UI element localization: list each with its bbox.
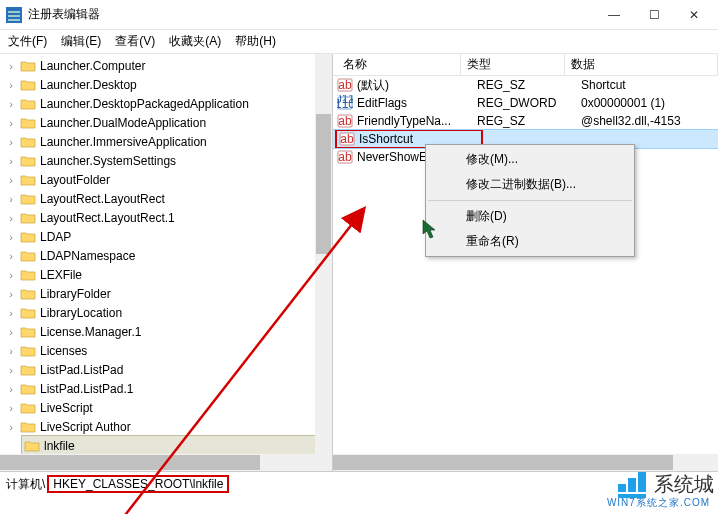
value-data: @shell32.dll,-4153 — [581, 114, 681, 128]
tree-item[interactable]: ›LibraryFolder — [0, 284, 332, 303]
tree-item-label: LEXFile — [40, 268, 82, 282]
folder-icon — [20, 211, 36, 225]
context-menu-modify[interactable]: 修改(M)... — [426, 147, 634, 172]
menu-favorites[interactable]: 收藏夹(A) — [169, 33, 221, 50]
folder-icon — [20, 420, 36, 434]
menu-file[interactable]: 文件(F) — [8, 33, 47, 50]
expand-icon[interactable]: › — [4, 326, 18, 338]
context-menu-rename[interactable]: 重命名(R) — [426, 229, 634, 254]
tree-item-label: Launcher.Computer — [40, 59, 145, 73]
tree-item[interactable]: ›LayoutRect.LayoutRect.1 — [0, 208, 332, 227]
expand-icon[interactable]: › — [4, 402, 18, 414]
maximize-button[interactable]: ☐ — [634, 1, 674, 29]
menu-help[interactable]: 帮助(H) — [235, 33, 276, 50]
folder-icon — [20, 268, 36, 282]
tree-item[interactable]: ›LayoutRect.LayoutRect — [0, 189, 332, 208]
tree-item[interactable]: ›Licenses — [0, 341, 332, 360]
minimize-button[interactable]: — — [594, 1, 634, 29]
tree-item[interactable]: ›LDAPNamespace — [0, 246, 332, 265]
tree-item[interactable]: ›LiveScript — [0, 398, 332, 417]
svg-text:ab: ab — [338, 78, 352, 92]
folder-icon — [20, 230, 36, 244]
column-type[interactable]: 类型 — [461, 54, 565, 75]
tree-item[interactable]: ›ListPad.ListPad — [0, 360, 332, 379]
menu-view[interactable]: 查看(V) — [115, 33, 155, 50]
value-data: Shortcut — [581, 78, 626, 92]
watermark-text: 系统城 — [654, 471, 714, 498]
value-row[interactable]: abFriendlyTypeNa...REG_SZ@shell32.dll,-4… — [333, 112, 718, 130]
expand-icon[interactable]: › — [4, 288, 18, 300]
column-data[interactable]: 数据 — [565, 54, 718, 75]
content-area: ›Launcher.Computer›Launcher.Desktop›Laun… — [0, 54, 718, 472]
tree-vertical-scrollbar[interactable] — [315, 54, 332, 454]
tree-item[interactable]: ›Launcher.SystemSettings — [0, 151, 332, 170]
expand-icon[interactable]: › — [4, 307, 18, 319]
tree-item-label: Launcher.DesktopPackagedApplication — [40, 97, 249, 111]
expand-icon[interactable]: › — [4, 250, 18, 262]
expand-icon[interactable]: › — [4, 345, 18, 357]
tree-item-label: LayoutRect.LayoutRect.1 — [40, 211, 175, 225]
expand-icon[interactable]: › — [4, 231, 18, 243]
string-value-icon: ab — [339, 131, 355, 147]
expand-icon[interactable]: › — [4, 364, 18, 376]
watermark: 系统城 — [618, 470, 714, 498]
tree-item[interactable]: ›Launcher.DualModeApplication — [0, 113, 332, 132]
value-row[interactable]: ab(默认)REG_SZShortcut — [333, 76, 718, 94]
tree-horizontal-scrollbar[interactable] — [0, 454, 332, 471]
tree-item[interactable]: ›Launcher.ImmersiveApplication — [0, 132, 332, 151]
expand-icon[interactable]: › — [4, 421, 18, 433]
column-name[interactable]: 名称 — [337, 54, 461, 75]
column-headers[interactable]: 名称 类型 数据 — [333, 54, 718, 76]
context-menu-delete[interactable]: 删除(D) — [426, 204, 634, 229]
values-horizontal-scrollbar[interactable] — [333, 454, 718, 471]
expand-icon[interactable]: › — [4, 383, 18, 395]
value-type: REG_SZ — [477, 114, 581, 128]
tree-item[interactable]: ›LibraryLocation — [0, 303, 332, 322]
expand-icon[interactable]: › — [4, 212, 18, 224]
expand-icon[interactable]: › — [4, 174, 18, 186]
context-menu-separator — [428, 200, 632, 201]
tree-item-label: LiveScript — [40, 401, 93, 415]
value-name: FriendlyTypeNa... — [357, 114, 477, 128]
registry-tree[interactable]: ›Launcher.Computer›Launcher.Desktop›Laun… — [0, 54, 333, 471]
title-bar: 注册表编辑器 — ☐ ✕ — [0, 0, 718, 30]
expand-icon[interactable]: › — [4, 193, 18, 205]
expand-icon[interactable]: › — [4, 155, 18, 167]
tree-item-label: Launcher.DualModeApplication — [40, 116, 206, 130]
values-pane: 名称 类型 数据 ab(默认)REG_SZShortcut011110EditF… — [333, 54, 718, 471]
tree-item[interactable]: ›LayoutFolder — [0, 170, 332, 189]
svg-text:ab: ab — [340, 132, 354, 146]
tree-item-selected[interactable]: lnkfile — [22, 436, 332, 455]
tree-item[interactable]: ›LDAP — [0, 227, 332, 246]
watermark-subtext: WIN7系统之家.COM — [607, 496, 710, 510]
tree-item[interactable]: ›Launcher.Computer — [0, 56, 332, 75]
expand-icon[interactable]: › — [4, 136, 18, 148]
tree-item[interactable]: ›Launcher.DesktopPackagedApplication — [0, 94, 332, 113]
expand-icon[interactable]: › — [4, 60, 18, 72]
tree-item-label: License.Manager.1 — [40, 325, 141, 339]
folder-icon — [20, 344, 36, 358]
expand-icon[interactable]: › — [4, 98, 18, 110]
context-menu-modify-binary[interactable]: 修改二进制数据(B)... — [426, 172, 634, 197]
close-button[interactable]: ✕ — [674, 1, 714, 29]
expand-icon[interactable]: › — [4, 79, 18, 91]
menu-edit[interactable]: 编辑(E) — [61, 33, 101, 50]
tree-item[interactable]: ›ListPad.ListPad.1 — [0, 379, 332, 398]
tree-item[interactable]: ›LiveScript Author — [0, 417, 332, 436]
folder-icon — [20, 363, 36, 377]
tree-item-label: LiveScript Author — [40, 420, 131, 434]
tree-item[interactable]: ›LEXFile — [0, 265, 332, 284]
folder-icon — [20, 154, 36, 168]
tree-item[interactable]: ›Launcher.Desktop — [0, 75, 332, 94]
folder-icon — [20, 249, 36, 263]
expand-icon[interactable]: › — [4, 269, 18, 281]
value-row[interactable]: 011110EditFlagsREG_DWORD0x00000001 (1) — [333, 94, 718, 112]
tree-item-label: Launcher.ImmersiveApplication — [40, 135, 207, 149]
folder-icon — [20, 306, 36, 320]
expand-icon[interactable]: › — [4, 117, 18, 129]
tree-item-label: LDAP — [40, 230, 71, 244]
svg-rect-12 — [618, 484, 626, 492]
tree-item[interactable]: ›License.Manager.1 — [0, 322, 332, 341]
tree-item-label: ListPad.ListPad.1 — [40, 382, 133, 396]
tree-item-label: Launcher.SystemSettings — [40, 154, 176, 168]
